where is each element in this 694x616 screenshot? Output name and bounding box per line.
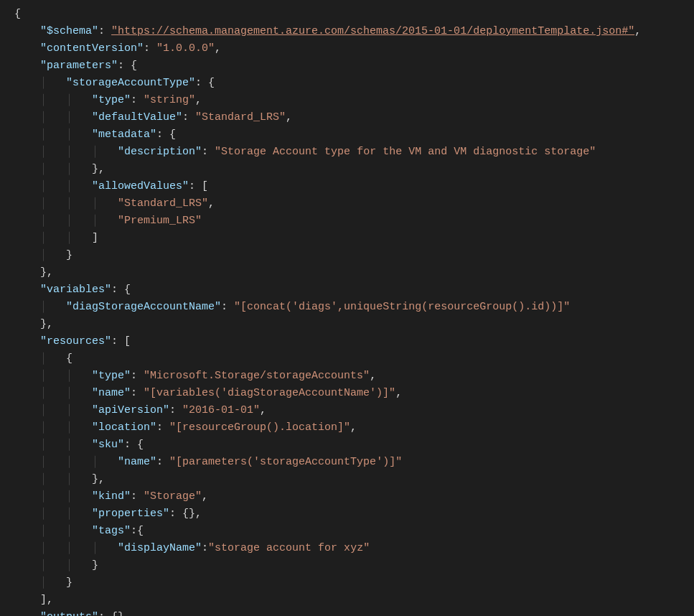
code-line: │ │ "kind": "Storage", (14, 488, 680, 505)
code-line: │ │ }, (14, 161, 680, 178)
code-line: │ "diagStorageAccountName": "[concat('di… (14, 299, 680, 316)
code-line: │ │ │ "Premium_LRS" (14, 213, 680, 230)
code-line: "parameters": { (14, 57, 680, 75)
code-line: │ │ "properties": {}, (14, 505, 680, 523)
code-line: "resources": [ (14, 333, 680, 350)
code-line: "$schema": "https://schema.management.az… (14, 23, 680, 40)
code-line: │ │ "location": "[resourceGroup().locati… (14, 419, 680, 437)
code-line: │ } (14, 574, 680, 592)
code-line: "outputs": {} (14, 609, 680, 616)
code-line: │ │ │ "displayName":"storage account for… (14, 540, 680, 557)
code-line: │ "storageAccountType": { (14, 75, 680, 92)
code-line: │ │ │ "Standard_LRS", (14, 195, 680, 213)
code-line: │ │ │ "name": "[parameters('storageAccou… (14, 454, 680, 471)
code-line: "contentVersion": "1.0.0.0", (14, 40, 680, 57)
code-line: │ │ }, (14, 471, 680, 488)
code-line: │ │ "apiVersion": "2016-01-01", (14, 402, 680, 419)
code-line: │ │ "sku": { (14, 437, 680, 454)
code-line: │ │ "type": "string", (14, 92, 680, 109)
code-line: │ │ ] (14, 230, 680, 247)
code-line: │ │ } (14, 557, 680, 574)
code-line: │ │ "tags":{ (14, 523, 680, 540)
code-editor[interactable]: { "$schema": "https://schema.management.… (14, 6, 680, 616)
code-line: │ } (14, 247, 680, 264)
code-line: ], (14, 592, 680, 609)
code-line: │ │ │ "description": "Storage Account ty… (14, 144, 680, 161)
code-line: │ │ "defaultValue": "Standard_LRS", (14, 109, 680, 126)
code-line: "variables": { (14, 281, 680, 299)
code-line: }, (14, 316, 680, 333)
code-line: }, (14, 264, 680, 281)
code-line: │ │ "name": "[variables('diagStorageAcco… (14, 385, 680, 402)
code-line: │ │ "metadata": { (14, 126, 680, 144)
code-line: │ { (14, 350, 680, 368)
code-line: { (14, 6, 680, 23)
code-line: │ │ "type": "Microsoft.Storage/storageAc… (14, 368, 680, 385)
code-line: │ │ "allowedValues": [ (14, 178, 680, 195)
